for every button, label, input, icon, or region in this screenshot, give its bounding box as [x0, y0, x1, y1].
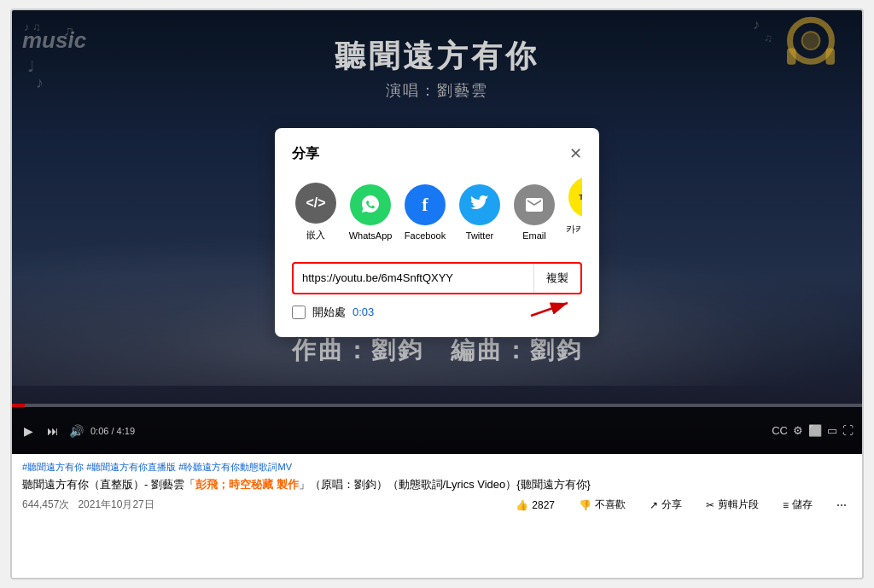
video-tags: #聽聞遠方有你 #聽聞遠方有你直播版 #聆聽遠方有你動態歌詞MV	[22, 461, 852, 474]
share-button[interactable]: ↗ 分享	[644, 496, 687, 514]
twitter-icon	[459, 184, 500, 225]
share-icon: ↗	[650, 499, 658, 511]
facebook-label: Facebook	[405, 230, 446, 241]
more-options-button[interactable]: ⋯	[831, 498, 852, 513]
kakao-label: 카카오스토리	[565, 223, 582, 248]
dislike-icon: 👎	[579, 499, 591, 511]
embed-icon: </>	[295, 183, 336, 224]
main-frame: ♪ ♫ music ♩ ♪ ♫ ♪ ♫ 聽聞遠方有你 演唱：劉藝雲 原唱：劉鈞 …	[10, 9, 864, 579]
share-dialog-title: 分享	[292, 145, 319, 163]
share-item-email[interactable]: Email	[510, 184, 558, 241]
share-dialog-header: 分享 ✕	[292, 145, 582, 163]
share-item-kakao[interactable]: TALK 카카오스토리	[565, 177, 582, 248]
share-options-row: </> 嵌入 WhatsApp	[292, 177, 582, 248]
clip-button[interactable]: ✂ 剪輯片段	[701, 496, 764, 514]
share-link-input[interactable]	[294, 265, 533, 291]
share-link-container: 複製	[292, 262, 582, 294]
video-description: 聽聞遠方有你（直整版）- 劉藝雲「彭飛；時空秘藏 製作」（原唱：劉鈞）（動態歌詞…	[22, 477, 852, 492]
start-time-checkbox[interactable]	[292, 306, 306, 319]
view-count: 644,457次	[22, 498, 69, 512]
like-button[interactable]: 👍 2827	[510, 498, 560, 513]
like-count: 2827	[532, 499, 555, 511]
dislike-button[interactable]: 👎 不喜歡	[574, 496, 631, 514]
dislike-label: 不喜歡	[595, 498, 626, 512]
save-button[interactable]: ≡ 儲存	[778, 496, 818, 514]
share-item-twitter[interactable]: Twitter	[456, 184, 504, 241]
copy-button[interactable]: 複製	[533, 264, 580, 293]
facebook-icon: f	[405, 184, 446, 225]
share-checkbox-row: 開始處 0:03	[292, 305, 582, 320]
video-area: ♪ ♫ music ♩ ♪ ♫ ♪ ♫ 聽聞遠方有你 演唱：劉藝雲 原唱：劉鈞 …	[12, 10, 862, 454]
description-highlight: 彭飛；時空秘藏 製作	[195, 478, 299, 491]
save-icon: ≡	[783, 499, 789, 511]
more-icon: ⋯	[836, 499, 847, 511]
clip-icon: ✂	[706, 499, 714, 511]
share-item-embed[interactable]: </> 嵌入	[292, 183, 340, 242]
start-time-value: 0:03	[353, 306, 374, 318]
start-time-label: 開始處	[312, 305, 346, 320]
video-meta: 644,457次 2021年10月27日 👍 2827 👎 不喜歡 ↗ 分享 ✂…	[22, 496, 852, 514]
share-item-whatsapp[interactable]: WhatsApp	[347, 184, 394, 241]
like-section: 👍 2827 👎 不喜歡 ↗ 分享 ✂ 剪輯片段 ≡ 儲存	[510, 496, 852, 514]
info-area: #聽聞遠方有你 #聽聞遠方有你直播版 #聆聽遠方有你動態歌詞MV 聽聞遠方有你（…	[12, 454, 862, 578]
share-label: 分享	[661, 498, 682, 512]
share-link-wrapper: 複製	[292, 262, 582, 294]
kakao-icon: TALK	[568, 177, 582, 218]
email-label: Email	[522, 230, 546, 241]
share-dialog: 分享 ✕ </> 嵌入	[275, 128, 599, 337]
clip-label: 剪輯片段	[718, 498, 759, 512]
email-icon	[514, 184, 555, 225]
description-suffix: 」（原唱：劉鈞）（動態歌詞/Lyrics Video）{聽聞遠方有你}	[299, 478, 591, 491]
whatsapp-label: WhatsApp	[349, 230, 393, 241]
description-prefix: 聽聞遠方有你（直整版）- 劉藝雲「	[22, 478, 195, 491]
close-dialog-button[interactable]: ✕	[569, 146, 582, 161]
publish-date: 2021年10月27日	[78, 498, 154, 512]
twitter-label: Twitter	[466, 230, 493, 241]
save-label: 儲存	[792, 498, 813, 512]
share-dialog-overlay: 分享 ✕ </> 嵌入	[12, 10, 862, 454]
share-item-facebook[interactable]: f Facebook	[401, 184, 449, 241]
like-icon: 👍	[516, 499, 528, 511]
embed-label: 嵌入	[306, 229, 325, 242]
whatsapp-icon	[350, 184, 391, 225]
